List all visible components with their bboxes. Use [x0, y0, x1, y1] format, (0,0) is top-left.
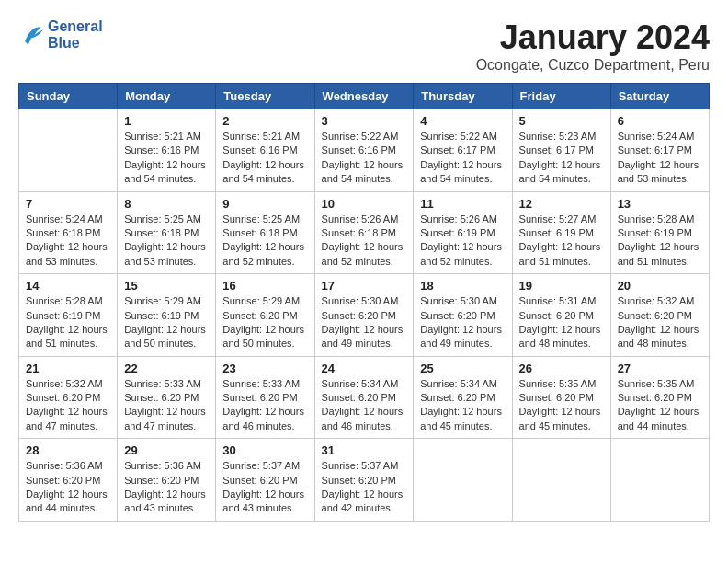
day-number: 17	[322, 279, 407, 293]
header-day-thursday: Thursday	[414, 84, 512, 109]
day-number: 23	[222, 362, 307, 375]
day-info: Sunrise: 5:21 AMSunset: 6:16 PMDaylight:…	[124, 130, 209, 187]
day-info: Sunrise: 5:35 AMSunset: 6:20 PMDaylight:…	[618, 377, 702, 434]
day-info: Sunrise: 5:24 AMSunset: 6:18 PMDaylight:…	[26, 213, 110, 270]
calendar-cell: 23Sunrise: 5:33 AMSunset: 6:20 PMDayligh…	[216, 356, 314, 439]
day-number: 4	[420, 114, 505, 128]
calendar-cell: 29Sunrise: 5:36 AMSunset: 6:20 PMDayligh…	[118, 439, 216, 522]
day-number: 21	[26, 362, 110, 375]
day-number: 22	[124, 362, 209, 375]
week-row-1: 1Sunrise: 5:21 AMSunset: 6:16 PMDaylight…	[19, 109, 710, 192]
day-number: 7	[26, 197, 110, 211]
calendar-cell: 18Sunrise: 5:30 AMSunset: 6:20 PMDayligh…	[414, 274, 512, 357]
calendar-cell: 4Sunrise: 5:22 AMSunset: 6:17 PMDaylight…	[414, 109, 512, 192]
day-number: 18	[420, 279, 505, 293]
day-number: 30	[222, 443, 307, 457]
calendar-cell: 20Sunrise: 5:32 AMSunset: 6:20 PMDayligh…	[610, 274, 709, 357]
calendar-cell: 14Sunrise: 5:28 AMSunset: 6:19 PMDayligh…	[19, 274, 118, 357]
day-info: Sunrise: 5:28 AMSunset: 6:19 PMDaylight:…	[26, 294, 110, 351]
day-info: Sunrise: 5:30 AMSunset: 6:20 PMDaylight:…	[322, 294, 407, 351]
calendar-cell: 6Sunrise: 5:24 AMSunset: 6:17 PMDaylight…	[610, 109, 709, 192]
day-info: Sunrise: 5:32 AMSunset: 6:20 PMDaylight:…	[618, 294, 702, 351]
day-number: 13	[618, 197, 702, 211]
day-number: 24	[322, 362, 407, 375]
day-info: Sunrise: 5:22 AMSunset: 6:17 PMDaylight:…	[420, 130, 505, 187]
calendar-cell: 30Sunrise: 5:37 AMSunset: 6:20 PMDayligh…	[216, 439, 314, 522]
day-info: Sunrise: 5:27 AMSunset: 6:19 PMDaylight:…	[519, 213, 604, 270]
day-info: Sunrise: 5:21 AMSunset: 6:16 PMDaylight:…	[222, 130, 307, 187]
day-number: 9	[222, 197, 307, 211]
header-day-tuesday: Tuesday	[216, 84, 314, 109]
day-info: Sunrise: 5:30 AMSunset: 6:20 PMDaylight:…	[420, 294, 505, 351]
calendar-header-row: SundayMondayTuesdayWednesdayThursdayFrid…	[19, 84, 710, 109]
day-info: Sunrise: 5:25 AMSunset: 6:18 PMDaylight:…	[124, 213, 209, 270]
day-number: 27	[618, 362, 702, 375]
day-info: Sunrise: 5:26 AMSunset: 6:19 PMDaylight:…	[420, 213, 505, 270]
header-day-friday: Friday	[512, 84, 610, 109]
day-number: 2	[222, 114, 307, 128]
week-row-2: 7Sunrise: 5:24 AMSunset: 6:18 PMDaylight…	[19, 191, 710, 274]
day-info: Sunrise: 5:37 AMSunset: 6:20 PMDaylight:…	[222, 459, 307, 516]
calendar-title: January 2024	[476, 18, 710, 57]
day-number: 11	[420, 197, 505, 211]
calendar-cell: 17Sunrise: 5:30 AMSunset: 6:20 PMDayligh…	[314, 274, 414, 357]
day-number: 8	[124, 197, 209, 211]
day-number: 1	[124, 114, 209, 128]
calendar-cell: 31Sunrise: 5:37 AMSunset: 6:20 PMDayligh…	[314, 439, 414, 522]
calendar-cell: 13Sunrise: 5:28 AMSunset: 6:19 PMDayligh…	[610, 191, 709, 274]
day-info: Sunrise: 5:28 AMSunset: 6:19 PMDaylight:…	[618, 213, 702, 270]
day-info: Sunrise: 5:31 AMSunset: 6:20 PMDaylight:…	[519, 294, 604, 351]
day-info: Sunrise: 5:25 AMSunset: 6:18 PMDaylight:…	[222, 213, 307, 270]
calendar-cell: 25Sunrise: 5:34 AMSunset: 6:20 PMDayligh…	[414, 356, 512, 439]
day-info: Sunrise: 5:22 AMSunset: 6:16 PMDaylight:…	[322, 130, 407, 187]
day-number: 14	[26, 279, 110, 293]
day-info: Sunrise: 5:33 AMSunset: 6:20 PMDaylight:…	[124, 377, 209, 434]
calendar-cell: 9Sunrise: 5:25 AMSunset: 6:18 PMDaylight…	[216, 191, 314, 274]
header-day-monday: Monday	[118, 84, 216, 109]
calendar-cell	[414, 439, 512, 522]
day-number: 25	[420, 362, 505, 375]
calendar-cell	[610, 439, 709, 522]
title-block: January 2024 Ocongate, Cuzco Department,…	[476, 18, 710, 74]
day-info: Sunrise: 5:29 AMSunset: 6:20 PMDaylight:…	[222, 294, 307, 351]
logo-text: General Blue	[48, 18, 103, 51]
calendar-cell: 28Sunrise: 5:36 AMSunset: 6:20 PMDayligh…	[19, 439, 118, 522]
calendar-cell: 15Sunrise: 5:29 AMSunset: 6:19 PMDayligh…	[118, 274, 216, 357]
day-info: Sunrise: 5:34 AMSunset: 6:20 PMDaylight:…	[322, 377, 407, 434]
calendar-cell: 26Sunrise: 5:35 AMSunset: 6:20 PMDayligh…	[512, 356, 610, 439]
day-info: Sunrise: 5:26 AMSunset: 6:18 PMDaylight:…	[322, 213, 407, 270]
day-number: 26	[519, 362, 604, 375]
day-number: 10	[322, 197, 407, 211]
calendar-cell: 5Sunrise: 5:23 AMSunset: 6:17 PMDaylight…	[512, 109, 610, 192]
day-info: Sunrise: 5:32 AMSunset: 6:20 PMDaylight:…	[26, 377, 110, 434]
calendar-cell: 3Sunrise: 5:22 AMSunset: 6:16 PMDaylight…	[314, 109, 414, 192]
calendar-subtitle: Ocongate, Cuzco Department, Peru	[476, 57, 710, 74]
week-row-3: 14Sunrise: 5:28 AMSunset: 6:19 PMDayligh…	[19, 274, 710, 357]
day-number: 3	[322, 114, 407, 128]
calendar-cell: 10Sunrise: 5:26 AMSunset: 6:18 PMDayligh…	[314, 191, 414, 274]
calendar-cell: 11Sunrise: 5:26 AMSunset: 6:19 PMDayligh…	[414, 191, 512, 274]
calendar-cell: 1Sunrise: 5:21 AMSunset: 6:16 PMDaylight…	[118, 109, 216, 192]
calendar-cell: 12Sunrise: 5:27 AMSunset: 6:19 PMDayligh…	[512, 191, 610, 274]
day-info: Sunrise: 5:23 AMSunset: 6:17 PMDaylight:…	[519, 130, 604, 187]
calendar-cell: 27Sunrise: 5:35 AMSunset: 6:20 PMDayligh…	[610, 356, 709, 439]
header-day-saturday: Saturday	[610, 84, 709, 109]
day-number: 16	[222, 279, 307, 293]
calendar-table: SundayMondayTuesdayWednesdayThursdayFrid…	[18, 83, 710, 522]
calendar-cell	[19, 109, 118, 192]
day-info: Sunrise: 5:37 AMSunset: 6:20 PMDaylight:…	[322, 459, 407, 516]
calendar-cell: 7Sunrise: 5:24 AMSunset: 6:18 PMDaylight…	[19, 191, 118, 274]
day-number: 19	[519, 279, 604, 293]
logo: General Blue	[18, 18, 103, 51]
calendar-cell: 2Sunrise: 5:21 AMSunset: 6:16 PMDaylight…	[216, 109, 314, 192]
calendar-cell: 8Sunrise: 5:25 AMSunset: 6:18 PMDaylight…	[118, 191, 216, 274]
calendar-cell: 22Sunrise: 5:33 AMSunset: 6:20 PMDayligh…	[118, 356, 216, 439]
day-number: 12	[519, 197, 604, 211]
day-info: Sunrise: 5:24 AMSunset: 6:17 PMDaylight:…	[618, 130, 702, 187]
day-info: Sunrise: 5:34 AMSunset: 6:20 PMDaylight:…	[420, 377, 505, 434]
calendar-cell: 21Sunrise: 5:32 AMSunset: 6:20 PMDayligh…	[19, 356, 118, 439]
day-number: 5	[519, 114, 604, 128]
day-info: Sunrise: 5:35 AMSunset: 6:20 PMDaylight:…	[519, 377, 604, 434]
week-row-4: 21Sunrise: 5:32 AMSunset: 6:20 PMDayligh…	[19, 356, 710, 439]
day-info: Sunrise: 5:29 AMSunset: 6:19 PMDaylight:…	[124, 294, 209, 351]
